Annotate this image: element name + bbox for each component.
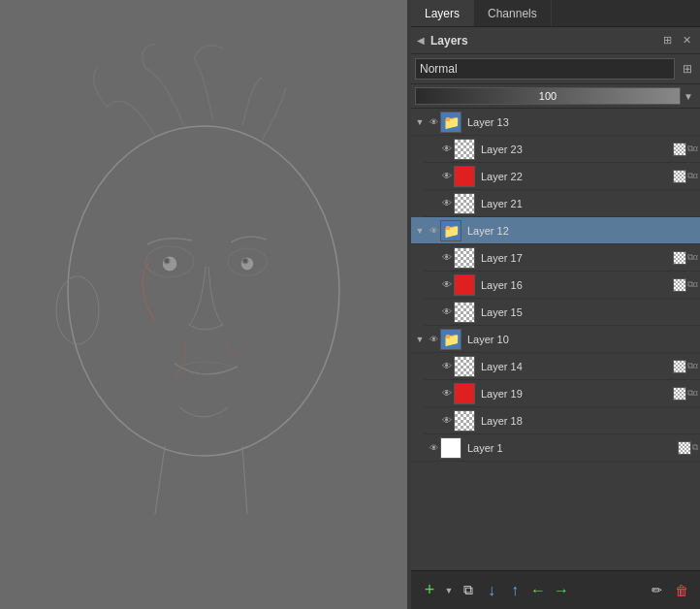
layer-name-23: Layer 23 <box>479 144 673 155</box>
add-layer-chevron[interactable]: ▼ <box>442 580 456 601</box>
mini-thumb-23 <box>673 143 686 156</box>
mini-thumb-22 <box>673 170 686 183</box>
panel-options-icon[interactable]: ⊞ <box>659 33 675 48</box>
tab-channels[interactable]: Channels <box>474 0 552 26</box>
layer-row-15[interactable]: ▶ 👁 Layer 15 <box>425 299 700 326</box>
layer-group-12: ▼ 👁 📁 Layer 12 ▶ 👁 Layer 17 ⧉α <box>411 217 700 326</box>
blend-mode-select[interactable]: Normal Multiply Screen Overlay <box>415 58 675 80</box>
expand-icon-13[interactable]: ▼ <box>413 115 427 129</box>
mini-thumb-17 <box>673 251 686 265</box>
eye-icon-23[interactable]: 👁 <box>440 143 454 156</box>
move-layer-down-button[interactable]: ↓ <box>481 580 502 601</box>
layer-row-1[interactable]: ▶ 👁 Layer 1 ⧉ <box>411 434 700 462</box>
merge-layer-button[interactable]: → <box>551 580 572 601</box>
opacity-value: 100 <box>539 90 557 102</box>
layers-list[interactable]: ▼ 👁 📁 Layer 13 ▶ 👁 Layer 23 ⧉α <box>411 109 700 570</box>
eye-icon-15[interactable]: 👁 <box>440 305 454 319</box>
thumb-15 <box>454 302 475 323</box>
eye-icon-12[interactable]: 👁 <box>427 224 440 238</box>
add-layer-button[interactable]: + <box>419 580 440 601</box>
thumb-12: 📁 <box>440 220 461 241</box>
layer-name-1: Layer 1 <box>465 442 678 454</box>
thumb-13: 📁 <box>440 112 461 133</box>
collapse-icon[interactable]: ◀ <box>417 35 425 46</box>
layer-name-17: Layer 17 <box>479 252 673 264</box>
layers-panel: Layers Channels ◀ Layers ⊞ ✕ Normal Mult… <box>411 0 700 609</box>
thumb-23 <box>454 139 475 160</box>
delete-layer-button[interactable]: 🗑 <box>671 580 692 601</box>
layer-row-10[interactable]: ▼ 👁 📁 Layer 10 <box>411 326 700 353</box>
layer-name-10: Layer 10 <box>465 334 698 345</box>
mini-icon-16: ⧉α <box>687 279 698 290</box>
layer-row-12[interactable]: ▼ 👁 📁 Layer 12 <box>411 217 700 244</box>
thumb-1 <box>440 437 461 459</box>
svg-point-7 <box>164 258 170 264</box>
mini-thumb-1 <box>678 441 691 455</box>
mini-thumb-14 <box>673 360 686 373</box>
expand-icon-12[interactable]: ▼ <box>413 224 427 238</box>
thumb-19 <box>454 383 475 404</box>
expand-icon-10[interactable]: ▼ <box>413 333 427 346</box>
bottom-toolbar: + ▼ ⧉ ↓ ↑ ← → ✏ 🗑 <box>411 570 700 609</box>
mini-icon-14: ⧉α <box>687 361 698 371</box>
layer-name-12: Layer 12 <box>465 225 698 237</box>
eye-icon-14[interactable]: 👁 <box>440 360 454 373</box>
layer-row-23[interactable]: ▶ 👁 Layer 23 ⧉α <box>425 136 700 163</box>
layer-row-22[interactable]: ▶ 👁 Layer 22 ⧉α <box>425 163 700 190</box>
mini-icon-23: ⧉α <box>687 144 698 154</box>
mini-thumb-19 <box>673 387 686 401</box>
layer-name-14: Layer 14 <box>479 361 673 372</box>
thumb-16 <box>454 274 475 296</box>
anchor-layer-button[interactable]: ← <box>527 580 549 601</box>
layer-attributes-button[interactable]: ✏ <box>646 580 667 601</box>
eye-icon-17[interactable]: 👁 <box>440 251 454 265</box>
thumb-10: 📁 <box>440 329 461 350</box>
panel-header: ◀ Layers ⊞ ✕ <box>411 27 700 54</box>
thumb-21 <box>454 193 475 214</box>
eye-icon-13[interactable]: 👁 <box>427 115 440 129</box>
layer-group-13: ▼ 👁 📁 Layer 13 ▶ 👁 Layer 23 ⧉α <box>411 109 700 217</box>
layer-options-icon[interactable]: ⊞ <box>679 60 696 78</box>
mini-icon-19: ⧉α <box>687 388 698 399</box>
layer-name-19: Layer 19 <box>479 388 673 400</box>
opacity-slider[interactable]: 100 <box>415 87 681 105</box>
layer-row-18[interactable]: ▶ 👁 Layer 18 <box>425 407 700 434</box>
eye-icon-19[interactable]: 👁 <box>440 387 454 401</box>
svg-point-10 <box>242 258 248 264</box>
panel-title: Layers <box>430 34 468 48</box>
move-layer-up-button[interactable]: ↑ <box>504 580 525 601</box>
duplicate-layer-button[interactable]: ⧉ <box>458 580 479 601</box>
layer-row-17[interactable]: ▶ 👁 Layer 17 ⧉α <box>425 244 700 272</box>
layer-row-16[interactable]: ▶ 👁 Layer 16 ⧉α <box>425 272 700 299</box>
eye-icon-16[interactable]: 👁 <box>440 278 454 292</box>
svg-rect-0 <box>0 0 407 609</box>
layer-row-21[interactable]: ▶ 👁 Layer 21 <box>425 190 700 217</box>
thumb-17 <box>454 247 475 269</box>
mini-thumb-16 <box>673 278 686 292</box>
eye-icon-18[interactable]: 👁 <box>440 414 454 428</box>
canvas-area <box>0 0 407 609</box>
eye-icon-22[interactable]: 👁 <box>440 170 454 183</box>
layer-name-18: Layer 18 <box>479 415 698 427</box>
blend-mode-row: Normal Multiply Screen Overlay ⊞ <box>411 54 700 84</box>
tab-layers[interactable]: Layers <box>411 0 474 26</box>
layer-name-13: Layer 13 <box>465 116 698 128</box>
eye-icon-10[interactable]: 👁 <box>427 333 440 346</box>
layer-row-13[interactable]: ▼ 👁 📁 Layer 13 <box>411 109 700 136</box>
tab-bar: Layers Channels <box>411 0 700 27</box>
layer-name-21: Layer 21 <box>479 198 698 209</box>
mini-icon-1: ⧉ <box>692 442 698 453</box>
layer-row-14[interactable]: ▶ 👁 Layer 14 ⧉α <box>425 353 700 380</box>
thumb-22 <box>454 166 475 187</box>
layer-group-10: ▼ 👁 📁 Layer 10 ▶ 👁 Layer 14 ⧉α <box>411 326 700 434</box>
eye-icon-21[interactable]: 👁 <box>440 197 454 210</box>
opacity-chevron[interactable]: ▼ <box>681 88 696 104</box>
opacity-row: 100 ▼ <box>411 84 700 109</box>
eye-icon-1[interactable]: 👁 <box>427 441 440 455</box>
layer-row-19[interactable]: ▶ 👁 Layer 19 ⧉α <box>425 380 700 407</box>
panel-close-icon[interactable]: ✕ <box>679 33 694 48</box>
thumb-14 <box>454 356 475 377</box>
svg-point-6 <box>162 256 177 272</box>
thumb-18 <box>454 410 475 432</box>
layer-name-16: Layer 16 <box>479 279 673 291</box>
